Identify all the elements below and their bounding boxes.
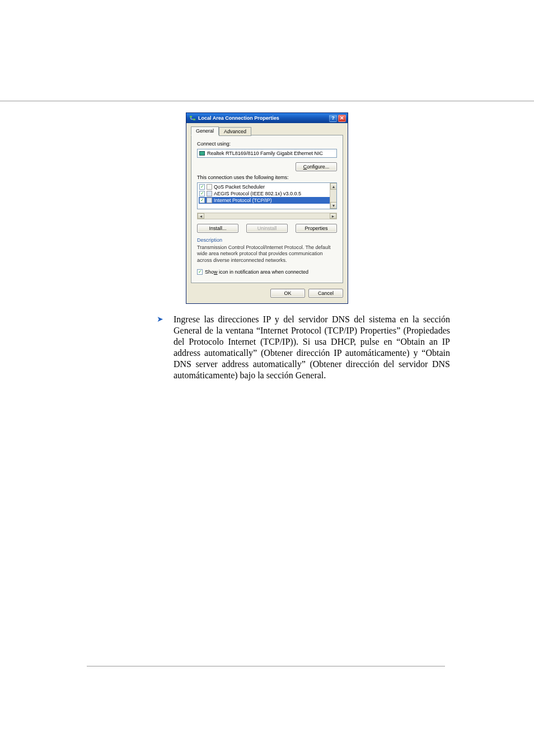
tab-panel-general: Connect using: Realtek RTL8169/8110 Fami… — [191, 135, 343, 283]
svg-rect-1 — [193, 119, 195, 120]
connection-items-listbox[interactable]: QoS Packet Scheduler AEGIS Protocol (IEE… — [197, 182, 337, 209]
connection-properties-dialog: Local Area Connection Properties ? ✕ Gen… — [186, 112, 348, 304]
dialog-body: General Advanced Connect using: Realtek … — [186, 123, 348, 303]
properties-button[interactable]: Properties — [296, 224, 337, 233]
dialog-title: Local Area Connection Properties — [198, 115, 279, 121]
item-label: AEGIS Protocol (IEEE 802.1x) v3.0.0.5 — [214, 191, 301, 196]
cancel-button[interactable]: Cancel — [308, 289, 343, 298]
adapter-name: Realtek RTL8169/8110 Family Gigabit Ethe… — [207, 151, 323, 156]
ok-button[interactable]: OK — [270, 289, 305, 298]
uninstall-button: Uninstall — [246, 224, 288, 233]
list-item-aegis[interactable]: AEGIS Protocol (IEEE 802.1x) v3.0.0.5 — [199, 190, 335, 197]
dialog-footer: OK Cancel — [191, 289, 343, 298]
svg-rect-0 — [190, 116, 192, 118]
checkbox-aegis[interactable] — [199, 191, 205, 196]
item-label: Internet Protocol (TCP/IP) — [214, 198, 272, 203]
horizontal-scrollbar[interactable]: ◄ ► — [197, 213, 337, 219]
nic-icon — [199, 151, 205, 156]
scroll-left-button[interactable]: ◄ — [198, 213, 204, 219]
scroll-down-button[interactable]: ▼ — [330, 202, 337, 209]
tab-strip: General Advanced — [191, 126, 343, 135]
show-icon-label: Show icon in notification area when conn… — [205, 269, 308, 275]
show-icon-row: Show icon in notification area when conn… — [197, 269, 337, 275]
item-label: QoS Packet Scheduler — [214, 184, 265, 190]
tab-advanced[interactable]: Advanced — [219, 127, 251, 136]
scroll-up-button[interactable]: ▲ — [330, 183, 337, 190]
page-content: Local Area Connection Properties ? ✕ Gen… — [0, 101, 534, 381]
list-item-tcpip[interactable]: Internet Protocol (TCP/IP) — [199, 197, 335, 204]
checkbox-qos[interactable] — [199, 184, 205, 190]
protocol-icon — [207, 191, 212, 196]
dialog-screenshot-container: Local Area Connection Properties ? ✕ Gen… — [0, 112, 534, 304]
help-button[interactable]: ? — [329, 115, 337, 122]
configure-button[interactable]: Configure... — [296, 162, 337, 171]
instruction-row: ➤ Ingrese las direcciones IP y del servi… — [0, 314, 534, 381]
install-button[interactable]: Install... — [197, 224, 238, 233]
protocol-icon — [207, 198, 212, 203]
description-text: Transmission Control Protocol/Internet P… — [197, 245, 337, 264]
adapter-field: Realtek RTL8169/8110 Family Gigabit Ethe… — [197, 149, 337, 158]
page-footer-rule — [87, 666, 445, 666]
list-item-qos[interactable]: QoS Packet Scheduler — [199, 184, 335, 190]
connect-using-label: Connect using: — [197, 141, 337, 147]
items-inner: QoS Packet Scheduler AEGIS Protocol (IEE… — [198, 183, 336, 204]
scroll-right-button[interactable]: ► — [330, 213, 336, 219]
connection-icon — [189, 115, 196, 121]
tab-general[interactable]: General — [191, 126, 219, 135]
configure-label: onfigure... — [307, 164, 329, 170]
configure-row: Configure... — [197, 162, 337, 171]
titlebar[interactable]: Local Area Connection Properties ? ✕ — [186, 113, 348, 123]
instruction-text: Ingrese las direcciones IP y del servido… — [174, 314, 450, 381]
vertical-scrollbar[interactable]: ▲ ▼ — [330, 183, 336, 209]
items-label: This connection uses the following items… — [197, 175, 337, 180]
checkbox-tcpip[interactable] — [199, 198, 205, 203]
close-button[interactable]: ✕ — [338, 115, 346, 122]
titlebar-left: Local Area Connection Properties — [189, 115, 279, 121]
description-label: Description — [197, 237, 337, 243]
bullet-icon: ➤ — [157, 314, 163, 381]
titlebar-buttons: ? ✕ — [329, 115, 346, 122]
show-icon-checkbox[interactable] — [197, 269, 203, 275]
item-action-buttons: Install... Uninstall Properties — [197, 224, 337, 233]
service-icon — [207, 184, 212, 190]
